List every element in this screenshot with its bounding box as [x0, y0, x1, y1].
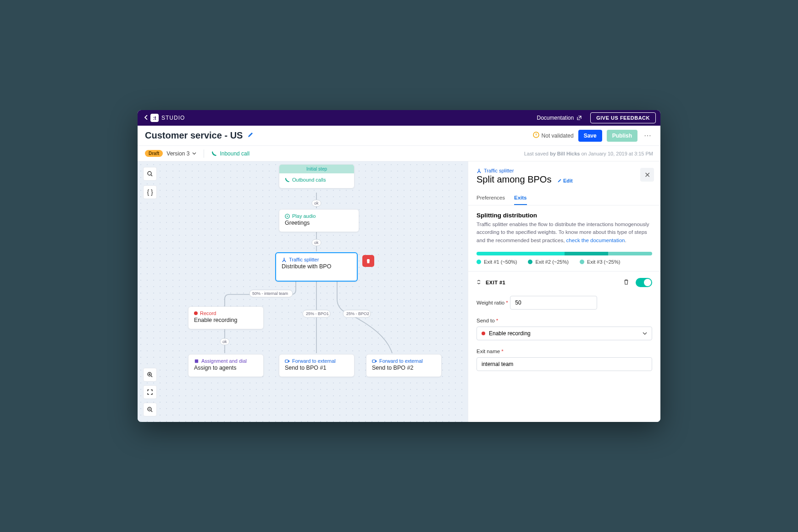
forward-icon [372, 359, 377, 364]
legend-item: Exit #2 (~25%) [528, 259, 568, 265]
svg-text:50% - internal team: 50% - internal team [252, 291, 288, 296]
forward-icon [285, 359, 290, 364]
field-label: Send to [477, 318, 495, 323]
legend-item: Exit #1 (~50%) [477, 259, 517, 265]
phone-icon [211, 151, 217, 156]
svg-rect-8 [249, 290, 293, 297]
node-label: Distribute with BPO [282, 263, 351, 270]
send-to-field: Send to * Enable recording [477, 316, 652, 340]
exit-name-field: Exit name * [477, 347, 652, 371]
inbound-label: Inbound call [220, 150, 249, 157]
external-link-icon [576, 115, 582, 121]
node-play-audio[interactable]: Play audio Greetings [279, 209, 359, 232]
node-label: Greetings [285, 220, 353, 226]
legend-item: Exit #3 (~25%) [580, 259, 620, 265]
titlebar: Customer service - US Not validated Save… [138, 126, 660, 146]
documentation-link[interactable]: check the documentation [566, 238, 625, 243]
panel-title: Split among BPOs [477, 174, 551, 185]
record-icon [194, 311, 198, 315]
page-title: Customer service - US [145, 130, 243, 141]
node-forward-bpo1[interactable]: Forward to external Send to BPO #1 [279, 354, 355, 377]
node-label: Send to BPO #1 [285, 365, 349, 371]
panel-edit-button[interactable]: Edit [557, 178, 573, 183]
svg-rect-17 [195, 359, 198, 362]
node-assign[interactable]: Assignment and dial Assign to agents [188, 354, 264, 377]
node-type: Outbound calls [285, 177, 349, 183]
exit-row: EXIT #1 Weight ratio * Send to * Enable … [468, 271, 660, 377]
node-type: Assignment and dial [194, 358, 258, 364]
distribution-legend: Exit #1 (~50%) Exit #2 (~25%) Exit #3 (~… [468, 259, 660, 271]
record-icon [482, 332, 485, 335]
node-record[interactable]: Record Enable recording [188, 306, 264, 329]
node-type: Record [194, 310, 258, 316]
svg-rect-14 [220, 338, 229, 345]
node-type: Traffic splitter [282, 257, 351, 262]
svg-rect-4 [312, 200, 321, 206]
svg-text:ok: ok [314, 240, 319, 245]
node-outbound-calls[interactable]: Initial step Outbound calls [279, 164, 355, 188]
panel-tabs: Preferences Exits [468, 191, 660, 205]
version-label: Version 3 [166, 150, 189, 157]
split-icon [477, 168, 482, 173]
exit-name-input[interactable] [477, 357, 652, 371]
app-window: :t STUDIO Documentation GIVE US FEEDBACK… [138, 110, 660, 422]
select-value: Enable recording [489, 330, 531, 337]
node-type: Forward to external [372, 358, 436, 364]
tab-exits[interactable]: Exits [514, 191, 527, 205]
node-traffic-splitter[interactable]: Traffic splitter Distribute with BPO [275, 252, 358, 282]
node-label: Enable recording [194, 317, 258, 323]
last-saved: Last saved by Bill Hicks on January 10, … [524, 151, 653, 156]
node-type: Forward to external [285, 358, 349, 364]
initial-step-caption: Initial step [279, 165, 354, 173]
back-button[interactable] [142, 115, 150, 121]
collapse-icon[interactable] [477, 280, 481, 285]
chevron-down-icon [643, 331, 647, 336]
node-forward-bpo2[interactable]: Forward to external Send to BPO #2 [366, 354, 442, 377]
weight-ratio-input[interactable] [510, 296, 597, 310]
draft-badge: Draft [145, 150, 163, 157]
split-icon [282, 257, 287, 262]
brand-logo: :t [150, 114, 159, 122]
distribution-bar [477, 252, 652, 255]
svg-text:25% - BPO1: 25% - BPO1 [306, 311, 329, 316]
documentation-link[interactable]: Documentation [537, 115, 582, 121]
more-menu-button[interactable]: ⋯ [642, 131, 653, 140]
tab-preferences[interactable]: Preferences [477, 191, 505, 205]
svg-rect-6 [312, 239, 321, 246]
panel-close-button[interactable]: ✕ [640, 168, 654, 182]
send-to-select[interactable]: Enable recording [477, 327, 652, 340]
weight-ratio-field: Weight ratio * [477, 294, 652, 310]
agent-icon [194, 359, 199, 364]
publish-button[interactable]: Publish [607, 130, 637, 142]
node-type: Play audio [285, 213, 353, 219]
delete-node-button[interactable] [362, 255, 374, 267]
workarea: { } ok ok 50% - internal team [138, 161, 660, 422]
section-title: Splitting distribution [477, 212, 652, 219]
exit-name: EXIT #1 [486, 280, 505, 285]
delete-exit-button[interactable] [623, 278, 629, 287]
node-label: Assign to agents [194, 365, 258, 371]
topbar: :t STUDIO Documentation GIVE US FEEDBACK [138, 110, 660, 126]
section-description: Traffic splitter enables the flow to dis… [477, 221, 652, 244]
save-button[interactable]: Save [578, 130, 602, 142]
subbar: Draft Version 3 Inbound call Last saved … [138, 146, 660, 161]
svg-text:ok: ok [314, 201, 319, 205]
svg-text:ok: ok [222, 339, 227, 344]
version-selector[interactable]: Version 3 [166, 150, 196, 157]
splitting-section: Splitting distribution Traffic splitter … [468, 205, 660, 244]
phone-icon [285, 177, 290, 183]
edit-title-button[interactable] [247, 132, 254, 140]
validation-label: Not validated [542, 133, 574, 139]
feedback-button[interactable]: GIVE US FEEDBACK [590, 112, 656, 123]
validation-status: Not validated [533, 132, 574, 139]
field-label: Weight ratio [477, 300, 504, 305]
panel-crumb: Traffic splitter [477, 168, 652, 173]
svg-rect-18 [285, 360, 288, 362]
exit-toggle[interactable] [636, 278, 652, 287]
flow-canvas[interactable]: { } ok ok 50% - internal team [138, 161, 468, 422]
field-label: Exit name [477, 349, 500, 354]
side-panel: Traffic splitter Split among BPOs Edit ✕… [468, 161, 660, 422]
svg-text:25% - BPO2: 25% - BPO2 [346, 311, 369, 316]
warning-icon [533, 132, 539, 139]
trash-icon [366, 258, 371, 264]
